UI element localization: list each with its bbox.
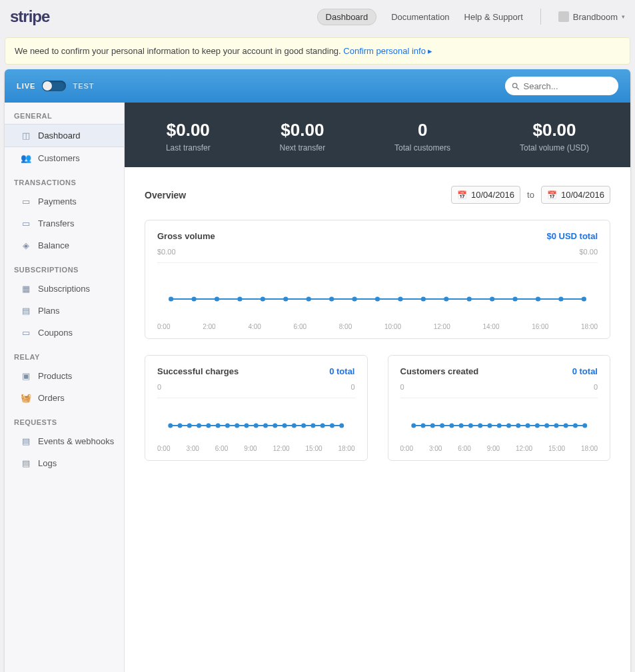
sidebar-item-logs[interactable]: ▤Logs [5, 452, 124, 474]
dashboard-icon: ◫ [21, 131, 31, 141]
customers-icon: 👥 [21, 154, 31, 163]
stat-label: Next transfer [280, 143, 326, 153]
svg-point-43 [440, 424, 444, 428]
plans-icon: ▤ [21, 306, 31, 316]
svg-point-39 [339, 424, 344, 428]
sidebar-item-dashboard[interactable]: ◫Dashboard [5, 124, 124, 147]
svg-point-21 [168, 424, 173, 428]
date-from-input[interactable]: 📅 10/04/2016 [451, 186, 520, 204]
svg-point-24 [197, 424, 201, 428]
svg-line-1 [516, 87, 519, 89]
subscriptions-icon: ▦ [21, 284, 31, 294]
customers-y-left: 0 [400, 383, 404, 391]
charges-total: 0 total [329, 366, 354, 376]
svg-point-57 [572, 424, 577, 428]
svg-point-5 [237, 297, 242, 302]
x-tick: 3:00 [429, 445, 442, 452]
sidebar-item-products[interactable]: ▣Products [5, 365, 124, 387]
main: $0.00Last transfer$0.00Next transfer0Tot… [125, 103, 630, 672]
sidebar-section-general: GENERAL [5, 103, 124, 124]
sidebar-section-transactions: TRANSACTIONS [5, 169, 124, 190]
charges-title: Successful charges [157, 366, 239, 376]
x-tick: 6:00 [215, 445, 228, 452]
chevron-down-icon: ▾ [622, 13, 625, 20]
sidebar-item-balance[interactable]: ◈Balance [5, 234, 124, 256]
overview-row: Overview 📅 10/04/2016 to 📅 10/04/2016 [145, 186, 610, 204]
successful-charges-card: Successful charges 0 total 0 0 0:003:006… [145, 355, 368, 461]
stat-label: Last transfer [166, 143, 211, 153]
svg-point-6 [261, 297, 265, 302]
sidebar-item-label: Plans [38, 306, 60, 316]
svg-point-28 [235, 424, 239, 428]
topnav: Dashboard Documentation Help & Support B… [317, 9, 625, 25]
svg-point-47 [478, 424, 482, 428]
products-icon: ▣ [21, 372, 31, 381]
sidebar-item-orders[interactable]: 🧺Orders [5, 387, 124, 409]
sidebar-item-label: Logs [38, 458, 57, 468]
svg-point-17 [512, 297, 517, 302]
x-tick: 2:00 [203, 323, 215, 330]
logo: stripe [10, 7, 49, 26]
sidebar-item-transfers[interactable]: ▭Transfers [5, 212, 124, 234]
sidebar-item-label: Coupons [38, 328, 73, 338]
charges-y-left: 0 [157, 383, 161, 391]
svg-point-37 [320, 424, 325, 428]
svg-point-56 [563, 424, 568, 428]
x-tick: 3:00 [186, 445, 199, 452]
sidebar-item-label: Products [38, 371, 72, 381]
sidebar-item-coupons[interactable]: ▭Coupons [5, 322, 124, 344]
customers-title: Customers created [400, 366, 479, 376]
coupons-icon: ▭ [21, 328, 31, 338]
notice-text: We need to confirm your personal informa… [15, 46, 343, 56]
app-container: LIVE TEST GENERAL◫Dashboard👥CustomersTRA… [5, 69, 630, 672]
svg-point-0 [512, 83, 516, 87]
svg-point-36 [311, 424, 315, 428]
svg-point-54 [544, 424, 549, 428]
search-input[interactable] [523, 81, 612, 91]
sidebar-item-events-webhooks[interactable]: ▤Events & webhooks [5, 430, 124, 452]
search-box[interactable] [505, 77, 618, 95]
topnav-documentation[interactable]: Documentation [391, 12, 449, 22]
avatar-icon [558, 11, 569, 22]
svg-point-32 [273, 424, 277, 428]
svg-point-11 [375, 297, 380, 302]
successful-charges-chart [157, 400, 355, 440]
gross-volume-total: $0 USD total [546, 231, 598, 241]
svg-point-44 [449, 424, 454, 428]
sidebar-section-relay: RELAY [5, 344, 124, 365]
stat-value: $0.00 [166, 120, 211, 141]
svg-point-46 [468, 424, 472, 428]
mode-test-label[interactable]: TEST [73, 82, 94, 90]
sidebar-section-requests: REQUESTS [5, 409, 124, 430]
svg-point-53 [534, 424, 539, 428]
date-to-input[interactable]: 📅 10/04/2016 [541, 186, 610, 204]
svg-point-15 [467, 297, 472, 302]
sidebar-item-payments[interactable]: ▭Payments [5, 190, 124, 212]
sidebar-item-plans[interactable]: ▤Plans [5, 300, 124, 322]
svg-point-27 [225, 424, 230, 428]
sidebar: GENERAL◫Dashboard👥CustomersTRANSACTIONS▭… [5, 103, 125, 672]
mode-live-label[interactable]: LIVE [17, 82, 35, 90]
svg-point-14 [444, 297, 448, 302]
svg-point-23 [187, 424, 192, 428]
user-menu[interactable]: Brandboom ▾ [558, 11, 625, 22]
x-tick: 9:00 [487, 445, 500, 452]
stat-value: $0.00 [280, 120, 326, 141]
svg-point-33 [283, 424, 287, 428]
sidebar-item-subscriptions[interactable]: ▦Subscriptions [5, 278, 124, 300]
svg-point-12 [398, 297, 402, 302]
divider [400, 398, 598, 398]
svg-point-3 [191, 297, 196, 302]
date-to-label: to [527, 190, 534, 200]
topnav-dashboard[interactable]: Dashboard [317, 9, 377, 25]
svg-point-13 [421, 297, 426, 302]
stat-strip: $0.00Last transfer$0.00Next transfer0Tot… [125, 103, 630, 167]
topnav-help[interactable]: Help & Support [464, 12, 523, 22]
overview-title: Overview [145, 190, 186, 200]
x-tick: 0:00 [400, 445, 413, 452]
confirm-personal-info-link[interactable]: Confirm personal info ▸ [343, 46, 432, 56]
live-test-toggle[interactable] [42, 81, 66, 91]
x-tick: 12:00 [516, 445, 532, 452]
svg-point-19 [558, 297, 563, 302]
sidebar-item-customers[interactable]: 👥Customers [5, 147, 124, 169]
